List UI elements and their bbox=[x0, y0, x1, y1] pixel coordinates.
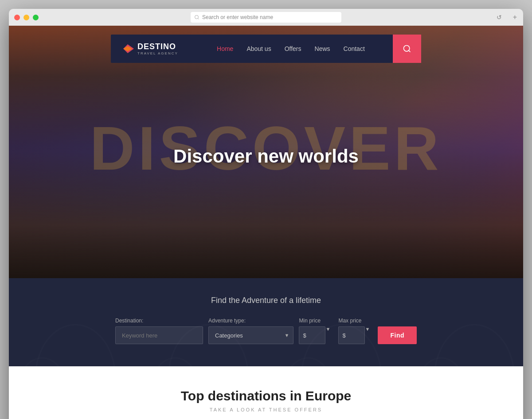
max-price-select[interactable]: $ $500 $1000 $2000 bbox=[338, 326, 365, 344]
find-button[interactable]: Find bbox=[378, 326, 417, 344]
search-section: Find the Adventure of a lifetime Destina… bbox=[9, 278, 523, 366]
minimize-window-button[interactable] bbox=[23, 15, 29, 20]
address-bar[interactable]: Search or enter website name bbox=[191, 12, 341, 23]
nav-link-home[interactable]: Home bbox=[217, 45, 233, 52]
nav-item-offers[interactable]: Offers bbox=[285, 45, 301, 53]
brand-logo[interactable]: DESTINO TRAVEL AGENCY bbox=[111, 42, 189, 55]
destinations-subtitle: TAKE A LOOK AT THESE OFFERS bbox=[27, 407, 505, 412]
hero-section: DISCOVER DESTINO TRAVEL AGENCY Home bbox=[9, 26, 523, 278]
expand-icon[interactable]: + bbox=[513, 13, 517, 21]
nav-item-contact[interactable]: Contact bbox=[344, 45, 365, 53]
search-icon bbox=[194, 15, 200, 20]
min-price-select-wrapper: $ $100 $200 $500 ▼ bbox=[299, 326, 333, 344]
refresh-icon[interactable]: ↺ bbox=[497, 14, 502, 21]
navbar: DESTINO TRAVEL AGENCY Home About us Offe… bbox=[111, 35, 421, 63]
nav-link-contact[interactable]: Contact bbox=[344, 45, 365, 52]
max-price-group: Max price $ $500 $1000 $2000 ▼ bbox=[338, 318, 372, 344]
chevron-down-icon: ▼ bbox=[326, 326, 331, 332]
nav-link-about[interactable]: About us bbox=[246, 45, 271, 52]
svg-point-4 bbox=[404, 46, 410, 51]
close-window-button[interactable] bbox=[14, 15, 20, 20]
destination-group: Destination: bbox=[115, 318, 203, 344]
logo-icon bbox=[121, 43, 134, 55]
brand-text: DESTINO TRAVEL AGENCY bbox=[137, 42, 178, 55]
adventure-select-wrapper: Categories Beach Mountain City Adventure… bbox=[208, 326, 293, 344]
max-price-label: Max price bbox=[338, 318, 372, 324]
adventure-group: Adventure type: Categories Beach Mountai… bbox=[208, 318, 293, 344]
search-icon bbox=[403, 44, 411, 53]
brand-subtitle: TRAVEL AGENCY bbox=[137, 51, 178, 55]
nav-item-news[interactable]: News bbox=[315, 45, 330, 53]
chevron-down-icon: ▼ bbox=[365, 326, 370, 332]
search-tagline: Find the Adventure of a lifetime bbox=[9, 296, 523, 305]
adventure-select[interactable]: Categories Beach Mountain City Adventure… bbox=[208, 326, 293, 344]
svg-point-0 bbox=[195, 16, 199, 19]
hero-content: Discover new worlds bbox=[173, 146, 359, 167]
nav-item-about[interactable]: About us bbox=[246, 45, 271, 53]
nav-item-home[interactable]: Home bbox=[217, 45, 233, 53]
min-price-select[interactable]: $ $100 $200 $500 bbox=[299, 326, 325, 344]
nav-link-news[interactable]: News bbox=[315, 45, 330, 52]
browser-titlebar: Search or enter website name ↺ + bbox=[9, 9, 523, 26]
destination-input[interactable] bbox=[115, 326, 203, 344]
svg-line-5 bbox=[409, 50, 411, 52]
destinations-title: Top destinations in Europe bbox=[27, 388, 505, 403]
min-price-group: Min price $ $100 $200 $500 ▼ bbox=[299, 318, 333, 344]
nav-link-offers[interactable]: Offers bbox=[285, 45, 301, 52]
svg-line-1 bbox=[198, 18, 199, 19]
website-content: DISCOVER DESTINO TRAVEL AGENCY Home bbox=[9, 26, 523, 419]
search-button[interactable] bbox=[393, 35, 421, 63]
nav-menu: Home About us Offers News Contact bbox=[189, 45, 393, 53]
address-placeholder: Search or enter website name bbox=[202, 14, 273, 20]
min-price-label: Min price bbox=[299, 318, 333, 324]
brand-name: DESTINO bbox=[137, 42, 178, 51]
destinations-section: Top destinations in Europe TAKE A LOOK A… bbox=[9, 366, 523, 419]
hero-title: Discover new worlds bbox=[173, 146, 359, 167]
adventure-label: Adventure type: bbox=[208, 318, 293, 324]
max-price-select-wrapper: $ $500 $1000 $2000 ▼ bbox=[338, 326, 372, 344]
destination-label: Destination: bbox=[115, 318, 203, 324]
maximize-window-button[interactable] bbox=[33, 15, 39, 20]
browser-window: Search or enter website name ↺ + DISCOVE… bbox=[9, 9, 523, 419]
search-form: Destination: Adventure type: Categories … bbox=[106, 318, 426, 344]
